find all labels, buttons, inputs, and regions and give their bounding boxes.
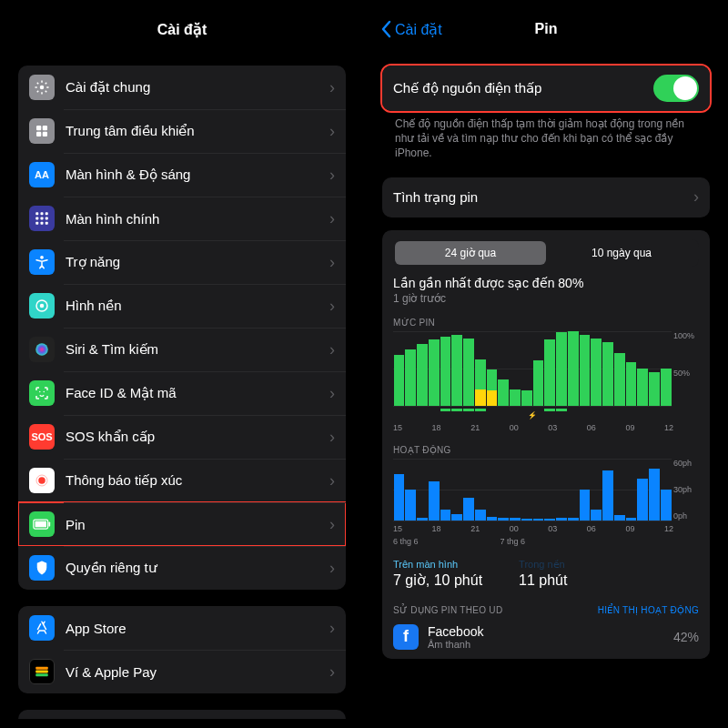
accessibility-icon — [29, 249, 55, 275]
usage-screen-value: 7 giờ, 10 phút — [393, 571, 482, 589]
activity-bar — [475, 510, 486, 520]
row-label: Ví & Apple Pay — [66, 664, 329, 680]
usage-screen-label: Trên màn hình — [393, 559, 482, 570]
settings-row-display[interactable]: AAMàn hình & Độ sáng› — [18, 153, 346, 197]
settings-group: Cài đặt chung›Trung tâm điều khiển›AAMàn… — [18, 66, 346, 590]
activity-bar — [510, 518, 521, 520]
level-bar — [394, 355, 405, 406]
chevron-right-icon: › — [329, 384, 335, 403]
settings-screen: Cài đặt Cài đặt chung›Trung tâm điều khi… — [9, 9, 355, 719]
battery-usage-card: 24 giờ qua 10 ngày qua Lần gần nhất được… — [382, 230, 710, 659]
battery-health-row[interactable]: Tình trạng pin › — [382, 177, 710, 217]
per-app-toggle[interactable]: HIỂN THỊ HOẠT ĐỘNG — [598, 605, 699, 615]
level-bar — [580, 335, 591, 406]
settings-row-passwords[interactable]: Mật khẩu› — [18, 710, 346, 719]
usage-bg-value: 11 phút — [519, 572, 567, 589]
level-bar — [544, 339, 555, 405]
activity-bar — [417, 518, 428, 520]
row-label: Màn hình chính — [66, 211, 329, 227]
faceid-icon — [29, 380, 55, 406]
svg-rect-5 — [35, 212, 38, 215]
app-name: Facebook — [428, 624, 673, 639]
svg-rect-9 — [41, 217, 44, 220]
low-power-toggle[interactable] — [653, 75, 699, 102]
activity-bar — [429, 481, 440, 521]
row-label: Trợ năng — [66, 254, 329, 270]
activity-bar — [451, 514, 462, 521]
activity-bar — [591, 510, 602, 520]
segment-24h[interactable]: 24 giờ qua — [395, 241, 546, 265]
row-label: Hình nền — [66, 298, 329, 314]
svg-rect-11 — [35, 222, 38, 225]
level-bar — [568, 331, 579, 406]
back-button[interactable]: Cài đặt — [380, 20, 442, 38]
settings-row-accessibility[interactable]: Trợ năng› — [18, 240, 346, 284]
settings-row-wallpaper[interactable]: Hình nền› — [18, 284, 346, 328]
activity-bar — [440, 510, 451, 520]
chevron-right-icon: › — [329, 662, 335, 682]
usage-summary: Trên màn hình 7 giờ, 10 phút Trong nền 1… — [393, 559, 699, 589]
level-section-label: MỨC PIN — [393, 318, 699, 328]
level-bar — [510, 389, 521, 406]
svg-point-17 — [35, 343, 48, 356]
settings-row-control-center[interactable]: Trung tâm điều khiển› — [18, 109, 346, 153]
activity-bar — [521, 519, 532, 520]
level-bar — [533, 360, 544, 405]
activity-chart: 60ph 30ph 0ph — [393, 459, 699, 521]
wallet-icon — [29, 659, 55, 684]
level-bar — [429, 339, 440, 405]
settings-row-exposure[interactable]: Thông báo tiếp xúc› — [18, 459, 346, 502]
chevron-right-icon: › — [329, 166, 335, 185]
segment-10d[interactable]: 10 ngày qua — [546, 241, 697, 265]
settings-row-sos[interactable]: SOSSOS khẩn cấp› — [18, 415, 346, 459]
row-label: Cài đặt chung — [66, 79, 329, 96]
wallpaper-icon — [29, 293, 55, 318]
svg-rect-1 — [36, 126, 41, 130]
settings-row-appstore[interactable]: App Store› — [18, 606, 346, 650]
x-axis-activity: 1518210003060912 — [393, 524, 699, 533]
app-row[interactable]: fFacebookÂm thanh42% — [393, 624, 699, 655]
svg-point-16 — [40, 304, 45, 308]
svg-point-19 — [44, 391, 46, 393]
settings-row-privacy[interactable]: Quyền riêng tư› — [18, 546, 346, 590]
chevron-left-icon — [380, 20, 391, 38]
chevron-right-icon: › — [329, 209, 335, 228]
settings-group: App Store›Ví & Apple Pay› — [18, 606, 346, 693]
svg-point-14 — [40, 256, 44, 259]
level-bar — [405, 349, 416, 406]
svg-rect-12 — [41, 222, 44, 225]
level-bar — [417, 344, 428, 405]
chevron-right-icon: › — [329, 340, 335, 359]
activity-bar — [568, 518, 579, 520]
row-label: Pin — [66, 517, 329, 532]
general-icon — [29, 75, 55, 100]
back-label: Cài đặt — [395, 21, 442, 38]
chevron-right-icon: › — [329, 253, 335, 272]
chevron-right-icon: › — [329, 619, 335, 638]
activity-bar — [661, 490, 672, 521]
low-power-row[interactable]: Chế độ nguồn điện thấp — [382, 66, 710, 111]
level-bar — [661, 369, 672, 406]
privacy-icon — [29, 555, 55, 581]
settings-row-battery[interactable]: Pin› — [18, 502, 346, 546]
y-axis-level: 100% 50% — [673, 331, 701, 406]
settings-row-wallet[interactable]: Ví & Apple Pay› — [18, 650, 346, 693]
low-power-label: Chế độ nguồn điện thấp — [393, 80, 653, 96]
settings-content[interactable]: Cài đặt chung›Trung tâm điều khiển›AAMàn… — [9, 49, 355, 719]
chevron-right-icon: › — [329, 559, 335, 578]
settings-row-faceid[interactable]: Face ID & Mật mã› — [18, 371, 346, 415]
settings-row-siri[interactable]: Siri & Tìm kiếm› — [18, 328, 346, 371]
chevron-right-icon: › — [329, 297, 335, 316]
chevron-right-icon: › — [329, 471, 335, 490]
settings-row-home-screen[interactable]: Màn hình chính› — [18, 197, 346, 240]
activity-bar — [394, 474, 405, 521]
battery-content[interactable]: Chế độ nguồn điện thấp Chế độ nguồn điện… — [373, 49, 719, 719]
level-bar — [556, 332, 567, 405]
row-label: Thông báo tiếp xúc — [66, 472, 329, 489]
level-bar — [498, 379, 509, 406]
activity-bar — [556, 518, 567, 520]
settings-row-general[interactable]: Cài đặt chung› — [18, 66, 346, 109]
level-bar — [451, 335, 462, 406]
last-charge-title: Lần gần nhất được sạc đến 80% — [393, 276, 699, 290]
activity-bar — [544, 519, 555, 520]
